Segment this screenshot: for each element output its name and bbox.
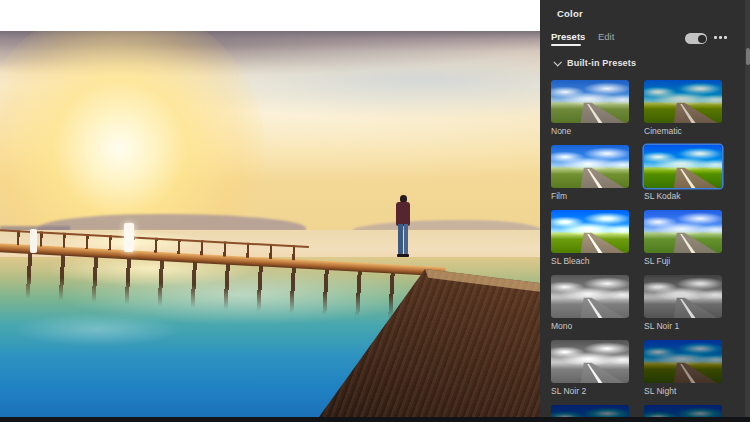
photo-canvas[interactable] (0, 31, 540, 417)
bottom-edge-bar (0, 417, 750, 422)
preset-label: Cinematic (644, 126, 722, 136)
preset-cell-sl-kodak[interactable]: SL Kodak (644, 145, 722, 201)
road-scene-image (551, 80, 629, 123)
tab-presets[interactable]: Presets (551, 31, 585, 42)
preset-thumbnail (551, 275, 629, 318)
preset-label: SL Noir 1 (644, 321, 722, 331)
tab-edit[interactable]: Edit (598, 31, 614, 42)
section-label: Built-in Presets (567, 58, 636, 68)
canvas-margin (0, 0, 540, 31)
preset-thumbnail (644, 275, 722, 318)
road-scene-image (644, 340, 722, 383)
preset-label: None (551, 126, 629, 136)
person-leg-right (404, 224, 409, 255)
road-scene-image (551, 275, 629, 318)
road-scene-image (644, 275, 722, 318)
preset-cell-sl-bleach[interactable]: SL Bleach (551, 210, 629, 266)
preset-cell-sl-noir-1[interactable]: SL Noir 1 (644, 275, 722, 331)
road-scene-image (551, 210, 629, 253)
scrollbar-track (745, 0, 750, 422)
road-scene-image (551, 340, 629, 383)
preset-cell-none[interactable]: None (551, 80, 629, 136)
preset-thumbnail-selected (644, 145, 722, 188)
preset-label: SL Noir 2 (551, 386, 629, 396)
color-panel: Color Presets Edit Built-in Presets None… (540, 0, 750, 422)
person-torso (396, 202, 410, 226)
app-window: Color Presets Edit Built-in Presets None… (0, 0, 750, 422)
preset-label: Film (551, 191, 629, 201)
preset-cell-sl-noir-2[interactable]: SL Noir 2 (551, 340, 629, 396)
white-pillar-left (30, 229, 37, 253)
road-scene-image (551, 145, 629, 188)
road-scene-image (644, 145, 722, 188)
chevron-down-icon (553, 58, 561, 66)
white-pillar (124, 223, 134, 252)
preset-thumbnail (551, 340, 629, 383)
road-scene-image (644, 210, 722, 253)
preset-thumbnail (644, 80, 722, 123)
person-leg-left (398, 224, 403, 255)
scrollbar-thumb[interactable] (746, 48, 750, 65)
preset-label: SL Fuji (644, 256, 722, 266)
person-figure (393, 195, 413, 269)
section-header-built-in-presets[interactable]: Built-in Presets (554, 58, 636, 68)
preset-thumbnail (644, 340, 722, 383)
preset-cell-sl-night[interactable]: SL Night (644, 340, 722, 396)
person-feet (397, 254, 409, 257)
preset-thumbnail (551, 210, 629, 253)
panel-title: Color (557, 8, 583, 19)
ellipsis-menu-icon[interactable] (714, 36, 727, 39)
preset-thumbnail (644, 210, 722, 253)
preset-cell-sl-fuji[interactable]: SL Fuji (644, 210, 722, 266)
toggle-knob (698, 35, 706, 43)
preset-label: SL Night (644, 386, 722, 396)
preset-thumbnail (551, 80, 629, 123)
preset-label: Mono (551, 321, 629, 331)
preset-grid: None Cinematic Film SL Kodak SL Bleach S… (551, 80, 737, 422)
road-scene-image (644, 80, 722, 123)
preset-label: SL Bleach (551, 256, 629, 266)
preset-cell-cinematic[interactable]: Cinematic (644, 80, 722, 136)
panel-enable-toggle[interactable] (685, 33, 707, 44)
active-tab-underline (551, 44, 581, 46)
preset-cell-film[interactable]: Film (551, 145, 629, 201)
preset-thumbnail (551, 145, 629, 188)
preset-cell-mono[interactable]: Mono (551, 275, 629, 331)
preset-label: SL Kodak (644, 191, 722, 201)
